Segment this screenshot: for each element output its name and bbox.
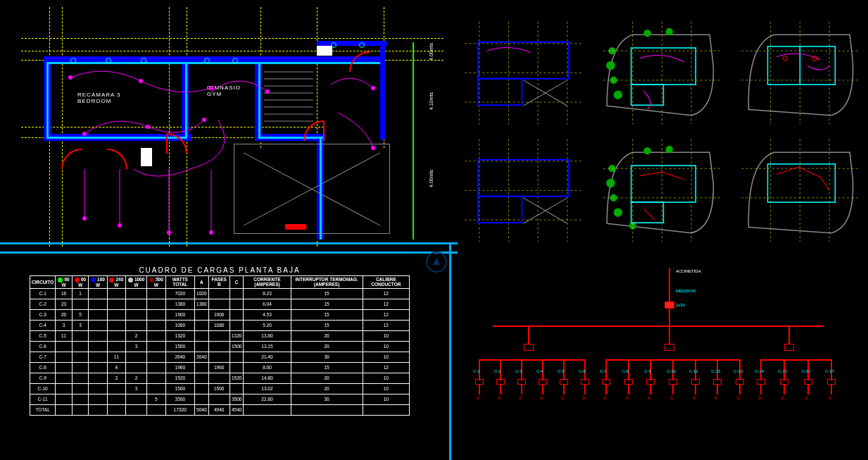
feeder-label: C-11 [689, 369, 698, 373]
thumbnail-plan[interactable] [741, 21, 859, 125]
col-header: 100 W [89, 276, 107, 289]
col-header: C [229, 276, 243, 289]
feeder-label: C-6 [579, 369, 586, 373]
svg-point-13 [82, 132, 87, 136]
cell [89, 383, 107, 394]
outlet-icon [232, 58, 238, 63]
feeder-breaker-icon [713, 379, 722, 385]
cell [147, 362, 165, 373]
cell: 1500 [165, 383, 195, 394]
sld-label: MEDIDOR [676, 289, 696, 293]
cell: 5.20 [244, 320, 291, 330]
svg-point-38 [643, 30, 650, 37]
feeder-breaker-icon [804, 379, 812, 385]
outlet-icon [141, 58, 146, 63]
cell: 15 [291, 288, 363, 299]
cell: 13.80 [244, 330, 291, 341]
feeder-breaker-icon [581, 379, 589, 385]
cell [56, 373, 72, 383]
thumbnail-plan[interactable] [603, 21, 721, 125]
svg-point-17 [167, 230, 171, 235]
outlet-icon [106, 58, 111, 63]
cell [107, 341, 125, 352]
thumbnail-plan[interactable] [465, 139, 582, 242]
table-row: C-7112640264021.403010 [30, 352, 410, 362]
cell: 10 [363, 383, 409, 394]
cell [89, 362, 107, 373]
cell: C-10 [30, 383, 56, 394]
cell [89, 309, 107, 320]
thumbnail-plan[interactable] [465, 21, 582, 125]
cell: 20 [291, 330, 363, 341]
cell: TOTAL [30, 404, 56, 415]
cell: C-1 [30, 288, 56, 299]
cell: 1080 [165, 320, 195, 330]
cell [126, 288, 147, 299]
cell: 20 [291, 373, 363, 383]
cell [229, 309, 243, 320]
feeder-breaker-icon [539, 379, 547, 385]
cell [147, 309, 165, 320]
cell: 3 [126, 341, 147, 352]
cell [229, 383, 243, 394]
cell [126, 320, 147, 330]
cad-canvas: RECAMARA 3 BEDROOM GIMNASIO GYM [0, 0, 868, 460]
cell: C-2 [30, 299, 56, 309]
load-table[interactable]: CUADRO DE CARGAS PLANTA BAJA CIRCUITO60 … [30, 266, 410, 416]
ground-icon: ⏚ [828, 393, 832, 401]
feeder-breaker-icon [602, 379, 610, 385]
cell: 8.00 [244, 362, 291, 373]
cell: 4 [107, 362, 125, 373]
table-row: C-223138013806.041512 [30, 299, 410, 309]
single-line-diagram[interactable]: ACOMETIDA MEDIDOR 2x30 ⏚C-1⏚C-2⏚C-3⏚C-4⏚… [465, 282, 852, 444]
thumbnail-plan[interactable] [603, 139, 721, 242]
cell [195, 320, 208, 330]
cell [107, 299, 125, 309]
main-breaker-icon [665, 302, 674, 309]
cell [107, 404, 125, 415]
svg-point-15 [202, 118, 206, 122]
cell [147, 330, 165, 341]
cell: 20 [291, 383, 363, 394]
cell: 12 [363, 320, 409, 330]
cell: C-7 [30, 352, 56, 362]
cell: 4.53 [244, 309, 291, 320]
svg-rect-31 [478, 79, 522, 105]
cell: 1380 [195, 299, 208, 309]
col-header: A [195, 276, 208, 289]
cell [72, 362, 88, 373]
frame-line [449, 242, 451, 460]
cell: 17320 [165, 404, 195, 415]
cell [195, 394, 208, 404]
cell [195, 341, 208, 352]
dim-label: 4.00mts [429, 43, 434, 61]
cell: 5 [72, 309, 88, 320]
cell [208, 373, 229, 383]
feeder-label: C-4 [536, 369, 543, 373]
col-header: FASES B [208, 276, 229, 289]
cell [147, 404, 165, 415]
cell: 1520 [165, 373, 195, 383]
thumbnail-plan[interactable] [741, 139, 859, 242]
svg-point-12 [209, 86, 213, 90]
cell: 3 [107, 373, 125, 383]
cell [72, 330, 88, 341]
cell [229, 362, 243, 373]
feeder-label: C-2 [494, 369, 501, 373]
cell: 1320 [165, 330, 195, 341]
cell: 10 [363, 373, 409, 383]
feeder-breaker-icon [691, 379, 700, 385]
ground-icon: ⏚ [714, 393, 718, 401]
cell [147, 373, 165, 383]
col-header: CALIBRE CONDUCTOR [363, 276, 409, 289]
cell: 1900 [165, 309, 195, 320]
feeder-breaker-icon [757, 379, 765, 385]
col-header: 1000 W [126, 276, 147, 289]
cell: 12 [363, 288, 409, 299]
svg-point-22 [371, 146, 375, 150]
floor-plan-main[interactable]: RECAMARA 3 BEDROOM GIMNASIO GYM [21, 7, 436, 240]
sld-line [788, 325, 790, 345]
col-header: 60 W [56, 276, 72, 289]
svg-point-18 [209, 230, 213, 235]
cell: 15 [291, 362, 363, 373]
